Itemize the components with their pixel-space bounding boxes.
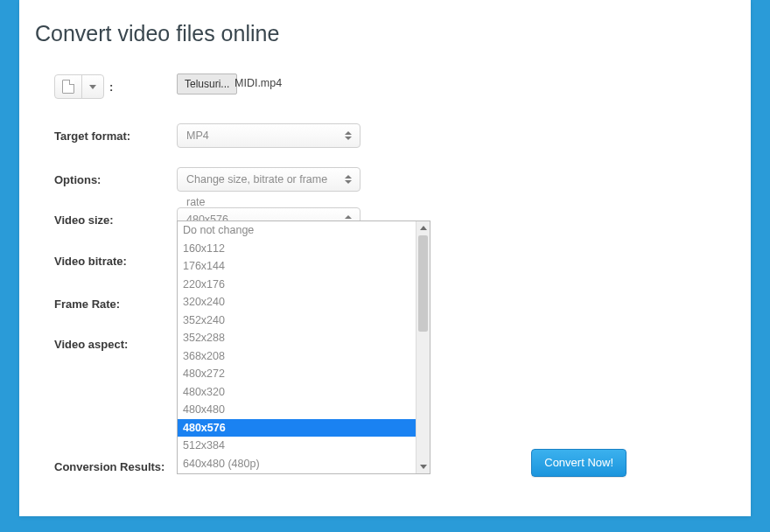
video-size-option[interactable]: 640x480 (480p)	[178, 455, 416, 473]
video-size-option[interactable]: 352x288	[178, 329, 416, 347]
frame-rate-label: Frame Rate:	[54, 298, 177, 311]
scrollbar[interactable]	[416, 221, 430, 473]
scroll-thumb[interactable]	[418, 235, 428, 332]
video-size-option[interactable]: 320x240	[178, 293, 416, 312]
video-size-option[interactable]: 720x480	[178, 472, 416, 473]
chevron-down-icon[interactable]	[81, 75, 103, 98]
video-size-option[interactable]: 176x144	[178, 257, 416, 276]
colon-label: :	[109, 80, 113, 94]
video-size-label: Video size:	[54, 214, 177, 227]
convert-now-button[interactable]: Convert Now!	[531, 449, 626, 477]
updown-icon	[342, 172, 354, 187]
video-size-option[interactable]: 480x576	[178, 419, 416, 438]
video-size-option[interactable]: 368x208	[178, 347, 416, 366]
video-bitrate-label: Video bitrate:	[54, 255, 177, 268]
filename-label: MIDI.mp4	[234, 74, 282, 93]
scroll-up-icon[interactable]	[416, 221, 430, 234]
video-size-option[interactable]: 480x320	[178, 383, 416, 402]
conversion-results-label: Conversion Results:	[54, 460, 177, 473]
video-size-option[interactable]: Do not change	[178, 221, 416, 240]
video-size-option[interactable]: 480x480	[178, 401, 416, 419]
updown-icon	[342, 128, 354, 144]
target-format-value: MP4	[186, 130, 209, 142]
target-format-select[interactable]: MP4	[177, 123, 360, 148]
options-value: Change size, bitrate or frame rate	[186, 173, 327, 208]
video-size-option[interactable]: 220x176	[178, 276, 416, 294]
source-type-switch[interactable]	[54, 74, 104, 99]
options-select[interactable]: Change size, bitrate or frame rate	[177, 167, 360, 192]
page-title: Convert video files online	[35, 21, 279, 46]
video-aspect-label: Video aspect:	[54, 338, 177, 351]
browse-button[interactable]: Telusuri...	[177, 74, 237, 94]
video-size-option[interactable]: 512x384	[178, 437, 416, 455]
target-format-label: Target format:	[54, 130, 177, 143]
video-size-option[interactable]: 480x272	[178, 365, 416, 383]
video-size-option[interactable]: 352x240	[178, 312, 416, 330]
scroll-down-icon[interactable]	[416, 460, 430, 473]
options-label: Options:	[54, 173, 177, 186]
video-size-option[interactable]: 160x112	[178, 240, 416, 258]
file-icon[interactable]	[55, 75, 81, 98]
video-size-listbox[interactable]: Do not change160x112176x144220x176320x24…	[177, 220, 430, 474]
